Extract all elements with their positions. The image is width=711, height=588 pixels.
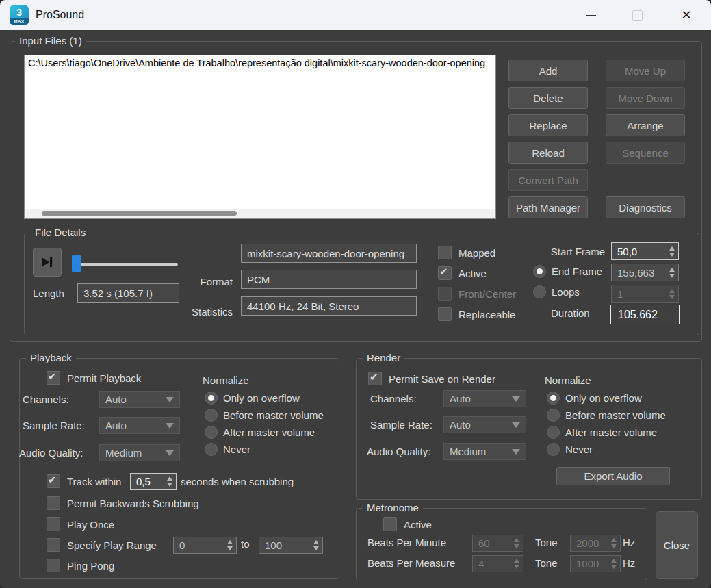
tone1-spinner: 2000 bbox=[570, 535, 621, 552]
delete-button[interactable]: Delete bbox=[508, 87, 588, 109]
play-button[interactable] bbox=[33, 248, 62, 277]
rd-normalize-overflow-radio[interactable] bbox=[547, 392, 560, 405]
pb-normalize-never-row[interactable]: Never bbox=[205, 443, 250, 456]
permit-playback-row[interactable]: ✔ Permit Playback bbox=[47, 371, 141, 385]
play-once-row[interactable]: ✔ Play Once bbox=[47, 517, 114, 531]
rd-channels-dropdown[interactable]: Auto bbox=[443, 390, 526, 407]
tone2-spinner: 1000 bbox=[570, 555, 621, 572]
replaceable-checkbox[interactable]: ✔ bbox=[438, 307, 452, 321]
input-files-group-label: Input Files (1) bbox=[15, 35, 86, 47]
pb-channels-dropdown[interactable]: Auto bbox=[99, 391, 180, 408]
chevron-down-icon bbox=[166, 450, 174, 456]
rd-normalize-never-radio[interactable] bbox=[547, 443, 560, 456]
pb-normalize-never-radio[interactable] bbox=[205, 443, 218, 456]
end-frame-radio-row[interactable]: End Frame bbox=[533, 265, 602, 278]
horizontal-scrollbar[interactable] bbox=[25, 209, 495, 218]
close-icon: ✕ bbox=[681, 9, 691, 21]
pb-sample-rate-dropdown[interactable]: Auto bbox=[99, 417, 180, 434]
specify-play-range-checkbox[interactable]: ✔ bbox=[47, 538, 60, 552]
play-once-label: Play Once bbox=[67, 519, 114, 531]
specify-play-range-row[interactable]: ✔ Specify Play Range bbox=[47, 538, 157, 552]
duration-field[interactable]: 105.662 bbox=[610, 305, 680, 324]
permit-backwards-row[interactable]: ✔ Permit Backwards Scrubbing bbox=[47, 496, 199, 510]
spinner-arrows[interactable] bbox=[167, 476, 172, 487]
metronome-group-label: Metronome bbox=[363, 502, 423, 514]
track-within-spinner[interactable]: 0,5 bbox=[130, 473, 177, 490]
end-frame-radio[interactable] bbox=[533, 265, 546, 278]
replace-button[interactable]: Replace bbox=[508, 114, 588, 136]
active-checkbox[interactable]: ✔ bbox=[438, 266, 452, 280]
loops-radio[interactable] bbox=[533, 285, 546, 298]
metronome-active-row[interactable]: ✔ Active bbox=[383, 517, 432, 531]
chevron-down-icon bbox=[166, 423, 174, 429]
diagnostics-button[interactable]: Diagnostics bbox=[606, 196, 685, 218]
file-name-field[interactable]: mixkit-scary-wooden-door-opening bbox=[241, 244, 417, 263]
rd-normalize-after-radio[interactable] bbox=[547, 426, 560, 439]
3ds-max-icon: 3 MAX bbox=[10, 5, 29, 25]
close-button[interactable]: Close bbox=[656, 511, 698, 579]
rd-normalize-never-row[interactable]: Never bbox=[547, 443, 593, 456]
start-frame-spinner[interactable]: 50,0 bbox=[611, 242, 679, 260]
spinner-arrows bbox=[611, 559, 617, 569]
spinner-arrows[interactable] bbox=[313, 540, 319, 550]
rd-normalize-overflow-row[interactable]: Only on overflow bbox=[547, 392, 642, 405]
pb-normalize-after-row[interactable]: After master volume bbox=[205, 426, 315, 439]
seek-slider-track[interactable] bbox=[72, 263, 178, 266]
range-to-spinner[interactable]: 100 bbox=[259, 537, 323, 554]
permit-backwards-checkbox[interactable]: ✔ bbox=[47, 496, 60, 510]
track-within-row[interactable]: ✔ Track within bbox=[47, 474, 121, 488]
permit-save-row[interactable]: ✔ Permit Save on Render bbox=[368, 372, 495, 385]
sequence-button: Sequence bbox=[606, 142, 685, 164]
play-once-checkbox[interactable]: ✔ bbox=[47, 517, 60, 531]
hz1-label: Hz bbox=[623, 537, 635, 548]
reload-button[interactable]: Reload bbox=[508, 142, 588, 164]
spinner-arrows[interactable] bbox=[227, 540, 233, 550]
format-field: PCM bbox=[241, 270, 417, 289]
loops-radio-row[interactable]: Loops bbox=[533, 285, 580, 298]
pb-audio-quality-dropdown[interactable]: Medium bbox=[99, 444, 180, 461]
chevron-down-icon bbox=[166, 397, 174, 402]
close-window-button[interactable]: ✕ bbox=[671, 0, 702, 30]
scrollbar-thumb[interactable] bbox=[42, 211, 237, 216]
pb-normalize-overflow-radio[interactable] bbox=[205, 392, 218, 405]
pb-normalize-before-row[interactable]: Before master volume bbox=[205, 409, 324, 422]
rd-audio-quality-dropdown[interactable]: Medium bbox=[443, 443, 526, 460]
mapped-label: Mapped bbox=[458, 247, 495, 259]
tone1-label: Tone bbox=[535, 537, 558, 548]
rd-normalize-after-row[interactable]: After master volume bbox=[547, 426, 657, 439]
pb-audio-quality-label: Audio Quality: bbox=[19, 447, 83, 459]
metronome-active-checkbox[interactable]: ✔ bbox=[383, 517, 397, 531]
active-checkbox-row[interactable]: ✔ Active bbox=[438, 266, 487, 280]
pb-normalize-overflow-row[interactable]: Only on overflow bbox=[205, 392, 300, 405]
front-center-label: Front/Center bbox=[458, 288, 516, 300]
specify-play-range-label: Specify Play Range bbox=[67, 539, 157, 551]
path-manager-button[interactable]: Path Manager bbox=[508, 196, 588, 218]
file-list[interactable]: C:\Users\tiago\OneDrive\Ambiente de Trab… bbox=[24, 55, 496, 219]
end-frame-spinner[interactable]: 155,663 bbox=[611, 264, 679, 281]
rd-normalize-before-row[interactable]: Before master volume bbox=[547, 409, 666, 422]
spinner-arrows[interactable] bbox=[669, 246, 675, 257]
rd-sample-rate-dropdown[interactable]: Auto bbox=[443, 416, 526, 433]
rd-normalize-before-radio[interactable] bbox=[547, 409, 560, 422]
file-list-item[interactable]: C:\Users\tiago\OneDrive\Ambiente de Trab… bbox=[25, 55, 495, 68]
loops-label: Loops bbox=[552, 286, 580, 298]
ping-pong-row[interactable]: ✔ Ping Pong bbox=[47, 559, 114, 572]
track-within-checkbox[interactable]: ✔ bbox=[47, 474, 60, 488]
mapped-checkbox-row[interactable]: ✔ Mapped bbox=[438, 246, 495, 259]
export-audio-button[interactable]: Export Audio bbox=[556, 467, 670, 485]
range-from-spinner[interactable]: 0 bbox=[173, 537, 237, 554]
file-details-group-label: File Details bbox=[31, 227, 90, 239]
add-button[interactable]: Add bbox=[508, 60, 588, 81]
replaceable-checkbox-row[interactable]: ✔ Replaceable bbox=[438, 307, 515, 321]
permit-playback-checkbox[interactable]: ✔ bbox=[47, 371, 60, 385]
pb-normalize-after-radio[interactable] bbox=[205, 426, 218, 439]
ping-pong-label: Ping Pong bbox=[67, 560, 114, 572]
arrange-button[interactable]: Arrange bbox=[606, 114, 685, 136]
ping-pong-checkbox[interactable]: ✔ bbox=[47, 559, 60, 572]
mapped-checkbox[interactable]: ✔ bbox=[438, 246, 452, 259]
spinner-arrows[interactable] bbox=[669, 268, 675, 278]
permit-save-checkbox[interactable]: ✔ bbox=[368, 372, 382, 385]
pb-normalize-before-radio[interactable] bbox=[205, 409, 218, 422]
minimize-button[interactable] bbox=[576, 0, 607, 30]
seek-slider-handle[interactable] bbox=[72, 255, 81, 272]
